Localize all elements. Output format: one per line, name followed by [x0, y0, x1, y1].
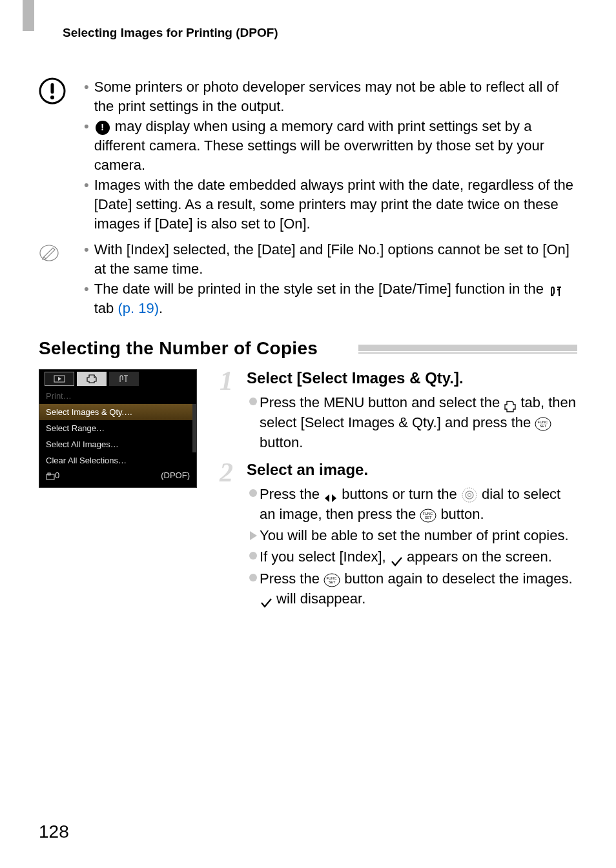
step-1: 1 Select [Select Images & Qty.]. Press t…: [220, 369, 577, 453]
step-1-instruction: Press the MENU button and select the tab…: [247, 392, 577, 453]
bullet-icon: •: [84, 176, 89, 233]
bullet-icon: [247, 547, 260, 567]
step-1-title: Select [Select Images & Qty.].: [247, 369, 577, 387]
page-tab-decoration: [23, 0, 34, 31]
pencil-note-icon: [39, 243, 59, 263]
camera-menu-item-print: Print…: [39, 388, 196, 404]
svg-point-10: [462, 488, 477, 502]
bullet-icon: •: [84, 117, 89, 174]
menu-button-label: MENU: [323, 394, 364, 410]
camera-menu-item: Select Range…: [39, 420, 196, 436]
step-text: You will be able to set the number of pr…: [260, 525, 577, 545]
step-2-instruction-3: If you select [Index], appears on the sc…: [247, 547, 577, 567]
func-set-button-icon: FUNC.SET: [535, 416, 551, 430]
note-text: With [Index] selected, the [Date] and [F…: [94, 240, 577, 278]
caution-note-1: • Some printers or photo developer servi…: [84, 77, 577, 116]
bullet-icon: [247, 484, 260, 524]
left-right-buttons-icon: [323, 489, 338, 501]
instruction-steps: 1 Select [Select Images & Qty.]. Press t…: [220, 369, 577, 616]
svg-text:SET: SET: [540, 424, 547, 428]
print-tab-icon: [504, 398, 517, 409]
caution-icon: [39, 77, 66, 105]
camera-menu-item-selected: Select Images & Qty.…: [39, 404, 196, 420]
info-note-1: • With [Index] selected, the [Date] and …: [84, 240, 577, 278]
camera-menu-item: Select All Images…: [39, 436, 196, 452]
page-header-title: Selecting Images for Printing (DPOF): [63, 26, 278, 40]
step-2-instruction-2: You will be able to set the number of pr…: [247, 525, 577, 545]
camera-tab-bar: [39, 370, 196, 388]
svg-text:SET: SET: [329, 580, 336, 584]
info-note-block: • With [Index] selected, the [Date] and …: [39, 240, 577, 319]
bullet-icon: [247, 392, 260, 453]
step-2-instruction-4: Press the FUNC.SET button again to desel…: [247, 569, 577, 609]
step-2-title: Select an image.: [247, 461, 577, 479]
checkmark-icon: [260, 594, 272, 605]
func-set-button-icon: FUNC.SET: [323, 572, 340, 587]
step-number-2: 2: [220, 457, 233, 488]
tools-tab-icon: [549, 284, 564, 297]
page-number: 128: [39, 822, 69, 842]
section-heading: Selecting the Number of Copies: [39, 338, 318, 359]
camera-dpof-label: (DPOF): [161, 470, 190, 480]
svg-text:SET: SET: [425, 516, 432, 520]
note-text: Images with the date embedded always pri…: [94, 176, 577, 233]
info-note-2: • The date will be printed in the style …: [84, 279, 577, 318]
camera-menu-footer: 0 (DPOF): [39, 469, 196, 482]
camera-tab-setup: [109, 372, 139, 386]
note-text: may display when using a memory card wit…: [94, 117, 577, 174]
svg-rect-1: [51, 83, 54, 94]
camera-tab-playback: [45, 372, 74, 386]
bullet-icon: •: [84, 77, 89, 116]
caution-note-2: • may display when using a memory card w…: [84, 117, 577, 174]
heading-divider: [358, 345, 577, 354]
func-set-button-icon: FUNC.SET: [420, 508, 436, 522]
step-number-1: 1: [220, 365, 233, 396]
step-2: 2 Select an image. Press the buttons or …: [220, 461, 577, 609]
bullet-icon: [247, 569, 260, 609]
camera-menu-item: Clear All Selections…: [39, 452, 196, 469]
svg-point-11: [466, 491, 473, 499]
step-2-instruction-1: Press the buttons or turn the dial to se…: [247, 484, 577, 524]
note-text: The date will be printed in the style se…: [94, 279, 577, 318]
bullet-icon: [247, 525, 260, 545]
svg-point-12: [467, 493, 471, 496]
camera-tab-print: [77, 372, 107, 386]
checkmark-icon: [390, 552, 403, 564]
control-dial-icon: [461, 487, 478, 503]
note-text: Some printers or photo developer service…: [94, 77, 577, 116]
caution-note-3: • Images with the date embedded always p…: [84, 176, 577, 233]
bullet-icon: •: [84, 240, 89, 278]
bullet-icon: •: [84, 279, 89, 318]
caution-note-block: • Some printers or photo developer servi…: [39, 77, 577, 235]
camera-menu-screenshot: Print… Select Images & Qty.… Select Rang…: [39, 369, 197, 488]
page-reference-link[interactable]: (p. 19): [118, 300, 159, 316]
warning-circle-icon: [96, 121, 110, 135]
svg-point-2: [50, 96, 54, 99]
